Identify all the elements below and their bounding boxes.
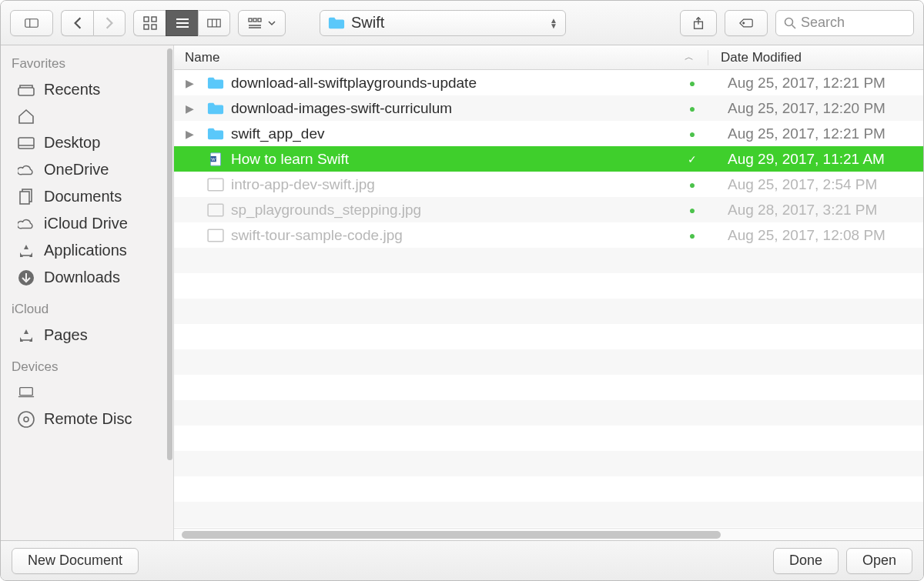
back-button[interactable] — [61, 10, 93, 36]
scrollbar-thumb[interactable] — [182, 531, 721, 539]
file-date: Aug 25, 2017, 12:20 PM — [708, 100, 923, 117]
empty-row — [174, 451, 923, 476]
sidebar-item-downloads[interactable]: Downloads — [1, 264, 173, 291]
column-view-button[interactable] — [198, 10, 230, 36]
svg-point-19 — [743, 22, 745, 23]
image-icon — [205, 178, 226, 192]
folder-icon — [205, 102, 226, 115]
sidebar-item-label: Applications — [44, 242, 127, 259]
search-field[interactable]: Search — [775, 10, 914, 36]
sidebar-item-recents[interactable]: Recents — [1, 76, 173, 103]
svg-rect-4 — [144, 25, 149, 29]
sidebar-item-label: Documents — [44, 188, 122, 205]
sidebar-item-label: OneDrive — [44, 161, 109, 179]
sidebar-item-remote-disc[interactable]: Remote Disc — [1, 406, 173, 432]
file-row[interactable]: ▶swift_app_dev●Aug 25, 2017, 12:21 PM — [174, 121, 923, 146]
group-by-button[interactable] — [238, 10, 286, 36]
empty-row — [174, 375, 923, 400]
file-row[interactable]: ▶download-images-swift-curriculum●Aug 25… — [174, 95, 923, 121]
column-header-date[interactable]: Date Modified — [708, 50, 923, 65]
sync-status-icon: ● — [677, 179, 708, 191]
file-name: sp_playgrounds_stepping.jpg — [226, 202, 677, 219]
share-icon — [691, 16, 705, 30]
svg-text:W: W — [211, 156, 216, 161]
footer: New Document Done Open — [1, 540, 923, 580]
folder-icon — [328, 16, 345, 30]
file-row[interactable]: ▶download-all-swiftplaygrounds-update●Au… — [174, 70, 923, 95]
documents-icon — [16, 189, 36, 205]
disclosure-triangle-icon[interactable]: ▶ — [174, 77, 205, 89]
svg-line-21 — [792, 25, 796, 28]
done-button[interactable]: Done — [773, 548, 839, 574]
sidebar-toggle-button[interactable] — [10, 10, 53, 36]
empty-row — [174, 349, 923, 375]
updown-icon: ▲▼ — [550, 18, 557, 28]
sidebar-item-home[interactable] — [1, 103, 173, 129]
word-doc-icon: W — [205, 152, 226, 166]
folder-icon — [205, 76, 226, 90]
svg-rect-22 — [18, 88, 34, 95]
sidebar-item-label: iCloud Drive — [44, 215, 128, 232]
file-name: intro-app-dev-swift.jpg — [226, 176, 677, 193]
file-name: download-images-swift-curriculum — [226, 100, 677, 117]
sync-status-icon: ● — [677, 128, 708, 140]
sidebar-item-applications[interactable]: Applications — [1, 237, 173, 264]
sort-ascending-icon: ︿ — [685, 51, 694, 64]
file-row[interactable]: sp_playgrounds_stepping.jpg●Aug 28, 2017… — [174, 197, 923, 222]
svg-point-20 — [785, 18, 793, 25]
search-icon — [784, 17, 796, 29]
forward-button[interactable] — [93, 10, 126, 36]
home-icon — [16, 108, 36, 125]
chevron-right-icon — [102, 16, 116, 30]
open-dialog: Swift ▲▼ Search Favorites Recents — [0, 0, 924, 581]
path-popup[interactable]: Swift ▲▼ — [320, 10, 566, 36]
share-button[interactable] — [680, 10, 717, 36]
svg-point-32 — [18, 412, 34, 427]
toolbar: Swift ▲▼ Search — [1, 1, 923, 45]
list-icon — [176, 16, 189, 30]
sidebar-header-icloud: iCloud — [1, 291, 173, 322]
recents-icon — [16, 82, 36, 99]
icon-view-button[interactable] — [133, 10, 166, 36]
sidebar-item-label: Remote Disc — [44, 410, 132, 428]
svg-rect-14 — [258, 18, 261, 22]
file-name: download-all-swiftplaygrounds-update — [226, 75, 677, 92]
file-row[interactable]: intro-app-dev-swift.jpg●Aug 25, 2017, 2:… — [174, 172, 923, 197]
open-button[interactable]: Open — [846, 548, 912, 574]
file-date: Aug 28, 2017, 3:21 PM — [708, 202, 923, 219]
svg-rect-12 — [249, 18, 252, 22]
disclosure-triangle-icon[interactable]: ▶ — [174, 102, 205, 115]
new-document-button[interactable]: New Document — [12, 548, 139, 574]
cloud-icon — [16, 162, 36, 179]
file-date: Aug 25, 2017, 2:54 PM — [708, 176, 923, 193]
sidebar-item-onedrive[interactable]: OneDrive — [1, 156, 173, 183]
svg-rect-39 — [208, 229, 223, 241]
disclosure-triangle-icon[interactable]: ▶ — [174, 128, 205, 140]
file-name: How to learn Swift — [226, 151, 677, 168]
empty-row — [174, 400, 923, 426]
list-view-button[interactable] — [166, 10, 198, 36]
sidebar-item-documents[interactable]: Documents — [1, 183, 173, 210]
sidebar-header-favorites: Favorites — [1, 45, 173, 76]
column-header-name[interactable]: Name ︿ — [174, 50, 708, 65]
tags-button[interactable] — [725, 10, 768, 36]
sidebar-item-computer[interactable] — [1, 379, 173, 406]
sync-status-icon: ● — [677, 102, 708, 115]
empty-row — [174, 273, 923, 299]
search-placeholder: Search — [801, 15, 845, 31]
sync-status-icon: ✓ — [677, 153, 708, 165]
file-date: Aug 25, 2017, 12:08 PM — [708, 227, 923, 244]
sidebar-item-pages[interactable]: Pages — [1, 322, 173, 349]
horizontal-scrollbar[interactable] — [174, 528, 923, 540]
sidebar-icon — [25, 16, 38, 30]
svg-rect-26 — [20, 192, 29, 204]
empty-row — [174, 426, 923, 451]
sidebar-item-icloud-drive[interactable]: iCloud Drive — [1, 210, 173, 237]
applications-icon — [16, 327, 36, 344]
empty-row — [174, 324, 923, 349]
image-icon — [205, 229, 226, 242]
file-row[interactable]: WHow to learn Swift✓Aug 29, 2017, 11:21 … — [174, 146, 923, 172]
file-row[interactable]: swift-tour-sample-code.jpg●Aug 25, 2017,… — [174, 222, 923, 248]
view-mode-buttons — [133, 10, 230, 36]
sidebar-item-desktop[interactable]: Desktop — [1, 129, 173, 156]
